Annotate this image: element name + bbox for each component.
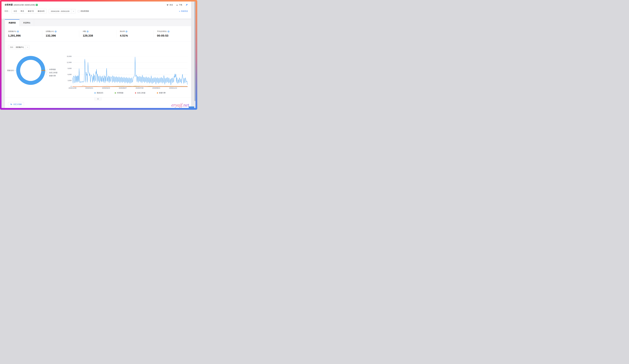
double-chevron-up-icon [97,98,99,100]
chevron-down-icon[interactable] [71,9,76,13]
help-circle-icon[interactable]: ? [126,31,128,32]
legend-item-3[interactable]: 搜索引擎 [157,92,165,94]
stat-2: IP数?129,338 [79,30,116,37]
date-range-value: 2024/12/30 - 2025/12/29 [49,10,71,12]
page-title: 全部来源 [5,3,13,6]
quick-range-3[interactable]: 最近30天 [36,9,47,13]
quick-range-2[interactable]: 最近7天 [26,9,36,13]
title-row: 全部来源 (2024/12/30~2025/12/29) ? 发送 下载 [1,1,191,6]
x-tick-5: 2025/09/21 [150,87,162,89]
metric-value: 浏览量(PV) [15,46,24,48]
compare-checkbox[interactable] [78,10,80,12]
pin-button[interactable] [185,4,188,6]
quick-range-group: 今天昨天最近7天最近30天 [11,9,47,13]
x-tick-6: 2025/11/13 [167,87,179,89]
legend-item-1[interactable]: 外部链接 [115,92,123,94]
pie-labels-right: 外部链接自定义来源搜索引擎 [49,68,57,77]
y-tick-3: 9,000 [62,68,72,69]
tab-bar: 来源类型来源网站 [5,19,191,26]
legend-item-0[interactable]: 直接访问 [95,92,103,94]
header-actions: 发送 下载 [167,4,188,6]
help-badge-icon[interactable]: ? [36,4,38,6]
traffic-trend-line-chart[interactable] [72,57,187,88]
legend-dot-icon [95,92,96,93]
chart-legend: 直接访问外部链接自定义来源搜索引擎 [72,92,187,94]
pie-label-2: 自定义来源 [49,72,57,74]
time-filter-row: 时间： 今天昨天最近7天最近30天 2024/12/30 - 2025/12/2… [1,6,191,13]
main-card: 来源类型来源网站 浏览量(PV)?1,291,996访客数(UV)?132,39… [5,19,191,108]
help-circle-icon[interactable]: ? [167,31,169,32]
advanced-filter-button[interactable]: 高级筛选 [179,10,188,12]
header-card: 全部来源 (2024/12/30~2025/12/29) ? 发送 下载 [1,1,191,19]
custom-metric-button[interactable]: 自定义指标 [8,102,24,106]
time-label: 时间： [5,10,10,12]
analytics-page: 全部来源 (2024/12/30~2025/12/29) ? 发送 下载 [1,1,195,108]
pulse-icon [10,103,12,105]
metric-label: 指标： [10,46,15,48]
compare-label: 对比时间段 [81,10,89,12]
chevron-down-icon[interactable] [25,45,29,49]
x-tick-2: 2025/04/15 [100,87,112,89]
pie-connector-lines [45,69,49,76]
stat-1: 访客数(UV)?132,396 [42,30,79,37]
stat-value: 4.51% [120,34,153,37]
title-date-range: (2024/12/30~2025/12/29) [13,4,35,6]
source-share-donut-chart[interactable] [16,56,45,85]
pushpin-icon [185,4,188,6]
pie-label-direct: 直接访问 [5,69,14,72]
tab-1[interactable]: 来源网站 [19,19,34,26]
x-tick-4: 2025/07/30 [134,87,146,89]
legend-dot-icon [115,92,116,93]
stat-0: 浏览量(PV)?1,291,996 [5,30,42,37]
y-tick-4: 12,000 [62,62,72,63]
legend-dot-icon [135,92,136,93]
x-tick-3: 2025/06/07 [117,87,129,89]
pie-label-3: 搜索引擎 [49,75,57,77]
pie-label-1: 外部链接 [49,68,57,71]
quick-range-1[interactable]: 昨天 [19,9,26,13]
help-circle-icon[interactable]: ? [87,31,89,32]
chevron-down-icon [179,10,180,12]
collapse-button[interactable] [94,97,102,100]
send-button[interactable]: 发送 [167,4,173,6]
tab-0[interactable]: 来源类型 [5,19,19,26]
stat-value: 132,396 [46,34,79,37]
paper-plane-icon [167,4,169,6]
help-circle-icon[interactable]: ? [17,31,19,32]
y-tick-5: 15,000 [62,56,72,57]
download-button[interactable]: 下载 [176,4,182,6]
stat-value: 00:05:53 [157,34,190,37]
browser-window-frame: 全部来源 (2024/12/30~2025/12/29) ? 发送 下载 [0,0,197,110]
y-tick-1: 3,000 [62,80,72,82]
scrollbar-thumb[interactable] [194,1,195,101]
x-tick-0: 2024/12/30 [66,87,78,89]
legend-dot-icon [157,92,158,93]
quick-range-0[interactable]: 今天 [12,9,19,13]
pie-connector-line [14,70,16,71]
metric-selector[interactable]: 指标：浏览量(PV) [8,45,30,49]
download-icon [176,4,178,6]
date-range-picker[interactable]: 2024/12/30 - 2025/12/29 [49,9,76,13]
stats-row: 浏览量(PV)?1,291,996访客数(UV)?132,396IP数?129,… [5,30,191,37]
stat-4: 平均访问时长?00:05:53 [153,30,190,37]
bottom-corner-button[interactable] [189,106,194,108]
stat-value: 1,291,996 [8,34,42,37]
x-tick-1: 2025/02/21 [83,87,95,89]
y-tick-2: 6,000 [62,74,72,75]
legend-item-2[interactable]: 自定义来源 [135,92,145,94]
watermark: eryajf.net [171,102,189,108]
stat-value: 129,338 [83,34,116,37]
help-circle-icon[interactable]: ? [55,31,57,32]
stat-3: 跳出率?4.51% [116,30,153,37]
